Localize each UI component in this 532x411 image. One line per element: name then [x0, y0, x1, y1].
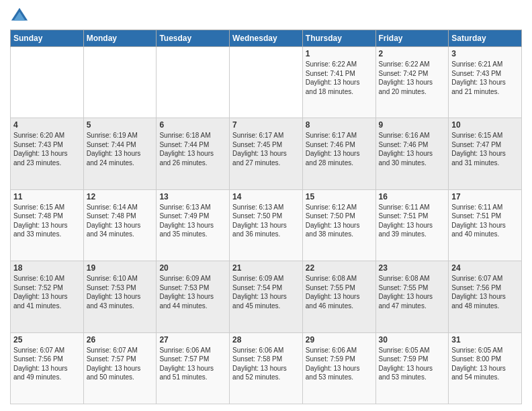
cell-content: Sunrise: 6:08 AM Sunset: 7:55 PM Dayligh… — [379, 274, 446, 310]
cell-content: Sunrise: 6:07 AM Sunset: 7:56 PM Dayligh… — [13, 346, 81, 382]
cell-content: Sunrise: 6:12 AM Sunset: 7:50 PM Dayligh… — [306, 203, 373, 239]
day-number: 23 — [379, 263, 446, 273]
weekday-header-thursday: Thursday — [302, 30, 375, 47]
day-number: 17 — [451, 192, 519, 201]
cell-content: Sunrise: 6:15 AM Sunset: 7:47 PM Dayligh… — [451, 131, 519, 167]
day-number: 21 — [232, 263, 300, 273]
calendar-cell: 24Sunrise: 6:07 AM Sunset: 7:56 PM Dayli… — [449, 261, 522, 332]
logo — [10, 7, 32, 26]
calendar-cell: 6Sunrise: 6:18 AM Sunset: 7:44 PM Daylig… — [157, 118, 230, 189]
weekday-header-row: SundayMondayTuesdayWednesdayThursdayFrid… — [11, 30, 522, 47]
cell-content: Sunrise: 6:18 AM Sunset: 7:44 PM Dayligh… — [159, 131, 226, 167]
cell-content: Sunrise: 6:10 AM Sunset: 7:52 PM Dayligh… — [13, 274, 81, 310]
cell-content: Sunrise: 6:20 AM Sunset: 7:43 PM Dayligh… — [13, 131, 81, 167]
cell-content: Sunrise: 6:09 AM Sunset: 7:54 PM Dayligh… — [232, 274, 300, 310]
cell-content: Sunrise: 6:05 AM Sunset: 7:59 PM Dayligh… — [379, 346, 446, 382]
calendar-week-5: 25Sunrise: 6:07 AM Sunset: 7:56 PM Dayli… — [11, 332, 522, 404]
calendar-cell: 16Sunrise: 6:11 AM Sunset: 7:51 PM Dayli… — [375, 189, 449, 261]
day-number: 20 — [159, 263, 226, 273]
cell-content: Sunrise: 6:14 AM Sunset: 7:48 PM Dayligh… — [87, 203, 154, 239]
calendar-cell: 1Sunrise: 6:22 AM Sunset: 7:41 PM Daylig… — [302, 47, 375, 118]
day-number: 16 — [379, 192, 446, 201]
calendar-week-2: 4Sunrise: 6:20 AM Sunset: 7:43 PM Daylig… — [11, 118, 522, 189]
day-number: 24 — [451, 263, 519, 273]
calendar-cell: 7Sunrise: 6:17 AM Sunset: 7:45 PM Daylig… — [230, 118, 303, 189]
day-number: 12 — [87, 192, 154, 201]
calendar-table: SundayMondayTuesdayWednesdayThursdayFrid… — [10, 30, 522, 404]
cell-content: Sunrise: 6:22 AM Sunset: 7:42 PM Dayligh… — [379, 60, 446, 96]
calendar-cell: 2Sunrise: 6:22 AM Sunset: 7:42 PM Daylig… — [375, 47, 449, 118]
weekday-header-sunday: Sunday — [11, 30, 84, 47]
weekday-header-wednesday: Wednesday — [230, 30, 303, 47]
cell-content: Sunrise: 6:07 AM Sunset: 7:57 PM Dayligh… — [87, 346, 154, 382]
calendar-cell: 3Sunrise: 6:21 AM Sunset: 7:43 PM Daylig… — [449, 47, 522, 118]
day-number: 11 — [13, 192, 81, 201]
cell-content: Sunrise: 6:06 AM Sunset: 7:57 PM Dayligh… — [159, 346, 226, 382]
calendar-week-1: 1Sunrise: 6:22 AM Sunset: 7:41 PM Daylig… — [11, 47, 522, 118]
calendar-cell: 17Sunrise: 6:11 AM Sunset: 7:51 PM Dayli… — [449, 189, 522, 261]
day-number: 19 — [87, 263, 154, 273]
calendar-cell: 25Sunrise: 6:07 AM Sunset: 7:56 PM Dayli… — [11, 332, 84, 404]
calendar-header: SundayMondayTuesdayWednesdayThursdayFrid… — [11, 30, 522, 47]
header — [10, 7, 522, 26]
cell-content: Sunrise: 6:11 AM Sunset: 7:51 PM Dayligh… — [379, 203, 446, 239]
day-number: 29 — [306, 335, 373, 345]
weekday-header-monday: Monday — [83, 30, 157, 47]
day-number: 8 — [306, 120, 373, 130]
calendar-cell: 15Sunrise: 6:12 AM Sunset: 7:50 PM Dayli… — [302, 189, 375, 261]
calendar-cell: 14Sunrise: 6:13 AM Sunset: 7:50 PM Dayli… — [230, 189, 303, 261]
calendar-cell: 18Sunrise: 6:10 AM Sunset: 7:52 PM Dayli… — [11, 261, 84, 332]
weekday-header-friday: Friday — [375, 30, 449, 47]
day-number: 14 — [232, 192, 300, 201]
day-number: 31 — [451, 335, 519, 345]
calendar-cell: 22Sunrise: 6:08 AM Sunset: 7:55 PM Dayli… — [302, 261, 375, 332]
cell-content: Sunrise: 6:11 AM Sunset: 7:51 PM Dayligh… — [451, 203, 519, 239]
cell-content: Sunrise: 6:06 AM Sunset: 7:58 PM Dayligh… — [232, 346, 300, 382]
day-number: 25 — [13, 335, 81, 345]
day-number: 18 — [13, 263, 81, 273]
day-number: 3 — [451, 49, 519, 58]
day-number: 9 — [379, 120, 446, 130]
calendar-cell: 29Sunrise: 6:06 AM Sunset: 7:59 PM Dayli… — [302, 332, 375, 404]
day-number: 7 — [232, 120, 300, 130]
calendar-cell: 26Sunrise: 6:07 AM Sunset: 7:57 PM Dayli… — [83, 332, 157, 404]
calendar-cell: 5Sunrise: 6:19 AM Sunset: 7:44 PM Daylig… — [83, 118, 157, 189]
calendar-cell: 31Sunrise: 6:05 AM Sunset: 8:00 PM Dayli… — [449, 332, 522, 404]
calendar-cell: 12Sunrise: 6:14 AM Sunset: 7:48 PM Dayli… — [83, 189, 157, 261]
day-number: 1 — [306, 49, 373, 58]
cell-content: Sunrise: 6:17 AM Sunset: 7:45 PM Dayligh… — [232, 131, 300, 167]
day-number: 6 — [159, 120, 226, 130]
day-number: 30 — [379, 335, 446, 345]
calendar-cell: 19Sunrise: 6:10 AM Sunset: 7:53 PM Dayli… — [83, 261, 157, 332]
weekday-header-tuesday: Tuesday — [157, 30, 230, 47]
calendar-cell — [230, 47, 303, 118]
calendar-cell: 10Sunrise: 6:15 AM Sunset: 7:47 PM Dayli… — [449, 118, 522, 189]
day-number: 27 — [159, 335, 226, 345]
logo-icon — [10, 7, 29, 26]
cell-content: Sunrise: 6:07 AM Sunset: 7:56 PM Dayligh… — [451, 274, 519, 310]
cell-content: Sunrise: 6:19 AM Sunset: 7:44 PM Dayligh… — [87, 131, 154, 167]
weekday-header-saturday: Saturday — [449, 30, 522, 47]
calendar-cell: 11Sunrise: 6:15 AM Sunset: 7:48 PM Dayli… — [11, 189, 84, 261]
calendar-week-4: 18Sunrise: 6:10 AM Sunset: 7:52 PM Dayli… — [11, 261, 522, 332]
cell-content: Sunrise: 6:21 AM Sunset: 7:43 PM Dayligh… — [451, 60, 519, 96]
day-number: 4 — [13, 120, 81, 130]
day-number: 26 — [87, 335, 154, 345]
calendar-cell: 23Sunrise: 6:08 AM Sunset: 7:55 PM Dayli… — [375, 261, 449, 332]
day-number: 22 — [306, 263, 373, 273]
calendar-cell: 21Sunrise: 6:09 AM Sunset: 7:54 PM Dayli… — [230, 261, 303, 332]
calendar-week-3: 11Sunrise: 6:15 AM Sunset: 7:48 PM Dayli… — [11, 189, 522, 261]
calendar-cell: 28Sunrise: 6:06 AM Sunset: 7:58 PM Dayli… — [230, 332, 303, 404]
calendar-cell: 27Sunrise: 6:06 AM Sunset: 7:57 PM Dayli… — [157, 332, 230, 404]
cell-content: Sunrise: 6:13 AM Sunset: 7:50 PM Dayligh… — [232, 203, 300, 239]
calendar-cell — [11, 47, 84, 118]
day-number: 5 — [87, 120, 154, 130]
day-number: 28 — [232, 335, 300, 345]
cell-content: Sunrise: 6:09 AM Sunset: 7:53 PM Dayligh… — [159, 274, 226, 310]
calendar-cell: 8Sunrise: 6:17 AM Sunset: 7:46 PM Daylig… — [302, 118, 375, 189]
cell-content: Sunrise: 6:10 AM Sunset: 7:53 PM Dayligh… — [87, 274, 154, 310]
calendar-cell — [83, 47, 157, 118]
day-number: 15 — [306, 192, 373, 201]
calendar-cell — [157, 47, 230, 118]
calendar-cell: 4Sunrise: 6:20 AM Sunset: 7:43 PM Daylig… — [11, 118, 84, 189]
